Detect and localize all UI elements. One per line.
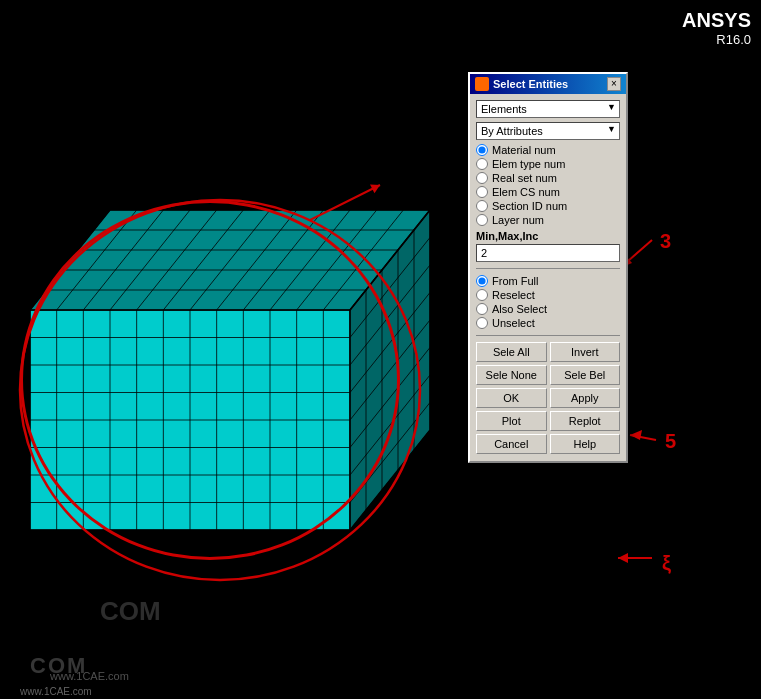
apply-button[interactable]: Apply bbox=[550, 388, 621, 408]
dialog-title: Select Entities bbox=[493, 78, 568, 90]
svg-text:ξ: ξ bbox=[662, 552, 671, 574]
selection-mode-group: From Full Reselect Also Select Unselect bbox=[476, 275, 620, 329]
attribute-radio-group: Material num Elem type num Real set num … bbox=[476, 144, 620, 226]
radio-item-realset: Real set num bbox=[476, 172, 620, 184]
filter-type-dropdown[interactable]: By Attributes By Num/Pick Attached to bbox=[476, 122, 620, 140]
label-alsoselect: Also Select bbox=[492, 303, 547, 315]
button-row-3: OK Apply bbox=[476, 388, 620, 408]
label-elemtype: Elem type num bbox=[492, 158, 565, 170]
label-material: Material num bbox=[492, 144, 556, 156]
radio-item-reselect: Reselect bbox=[476, 289, 620, 301]
entity-type-row: Elements Nodes Areas Volumes Keypoints bbox=[476, 100, 620, 118]
entity-type-dropdown[interactable]: Elements Nodes Areas Volumes Keypoints bbox=[476, 100, 620, 118]
sele-none-button[interactable]: Sele None bbox=[476, 365, 547, 385]
min-max-input[interactable] bbox=[476, 244, 620, 262]
svg-text:3: 3 bbox=[660, 230, 671, 252]
app-title: ANSYS bbox=[682, 8, 751, 32]
svg-text:5: 5 bbox=[665, 430, 676, 452]
radio-sectionid[interactable] bbox=[476, 200, 488, 212]
radio-item-elemcs: Elem CS num bbox=[476, 186, 620, 198]
label-fromfull: From Full bbox=[492, 275, 538, 287]
dialog-icon bbox=[475, 77, 489, 91]
viewport-canvas bbox=[0, 0, 470, 699]
radio-fromfull[interactable] bbox=[476, 275, 488, 287]
radio-layer[interactable] bbox=[476, 214, 488, 226]
ok-button[interactable]: OK bbox=[476, 388, 547, 408]
dialog-body: Elements Nodes Areas Volumes Keypoints B… bbox=[470, 94, 626, 461]
ansys-label: ANSYS R16.0 bbox=[682, 8, 751, 48]
button-row-1: Sele All Invert bbox=[476, 342, 620, 362]
svg-marker-7 bbox=[618, 553, 628, 563]
filter-type-wrapper: By Attributes By Num/Pick Attached to bbox=[476, 122, 620, 140]
site-watermark: www.1CAE.com bbox=[20, 686, 92, 697]
button-row-4: Plot Replot bbox=[476, 411, 620, 431]
radio-unselect[interactable] bbox=[476, 317, 488, 329]
sele-bel-button[interactable]: Sele Bel bbox=[550, 365, 621, 385]
radio-alsoselect[interactable] bbox=[476, 303, 488, 315]
label-reselect: Reselect bbox=[492, 289, 535, 301]
radio-realset[interactable] bbox=[476, 172, 488, 184]
label-sectionid: Section ID num bbox=[492, 200, 567, 212]
radio-item-unselect: Unselect bbox=[476, 317, 620, 329]
radio-item-sectionid: Section ID num bbox=[476, 200, 620, 212]
cancel-button[interactable]: Cancel bbox=[476, 434, 547, 454]
divider2 bbox=[476, 335, 620, 336]
radio-elemtype[interactable] bbox=[476, 158, 488, 170]
divider1 bbox=[476, 268, 620, 269]
label-elemcs: Elem CS num bbox=[492, 186, 560, 198]
label-unselect: Unselect bbox=[492, 317, 535, 329]
radio-item-layer: Layer num bbox=[476, 214, 620, 226]
sele-all-button[interactable]: Sele All bbox=[476, 342, 547, 362]
radio-item-alsoselect: Also Select bbox=[476, 303, 620, 315]
button-row-5: Cancel Help bbox=[476, 434, 620, 454]
svg-marker-5 bbox=[630, 430, 642, 440]
dialog-close-button[interactable]: × bbox=[607, 77, 621, 91]
filter-type-row: By Attributes By Num/Pick Attached to bbox=[476, 122, 620, 140]
plot-button[interactable]: Plot bbox=[476, 411, 547, 431]
label-realset: Real set num bbox=[492, 172, 557, 184]
radio-item-fromfull: From Full bbox=[476, 275, 620, 287]
help-button[interactable]: Help bbox=[550, 434, 621, 454]
select-entities-dialog: Select Entities × Elements Nodes Areas V… bbox=[468, 72, 628, 463]
invert-button[interactable]: Invert bbox=[550, 342, 621, 362]
app-version: R16.0 bbox=[682, 32, 751, 48]
min-max-label: Min,Max,Inc bbox=[476, 230, 620, 242]
dialog-titlebar: Select Entities × bbox=[470, 74, 626, 94]
radio-material[interactable] bbox=[476, 144, 488, 156]
radio-item-material: Material num bbox=[476, 144, 620, 156]
radio-reselect[interactable] bbox=[476, 289, 488, 301]
radio-elemcs[interactable] bbox=[476, 186, 488, 198]
entity-type-wrapper: Elements Nodes Areas Volumes Keypoints bbox=[476, 100, 620, 118]
label-layer: Layer num bbox=[492, 214, 544, 226]
radio-item-elemtype: Elem type num bbox=[476, 158, 620, 170]
replot-button[interactable]: Replot bbox=[550, 411, 621, 431]
button-row-2: Sele None Sele Bel bbox=[476, 365, 620, 385]
com-watermark: COM bbox=[30, 653, 87, 679]
